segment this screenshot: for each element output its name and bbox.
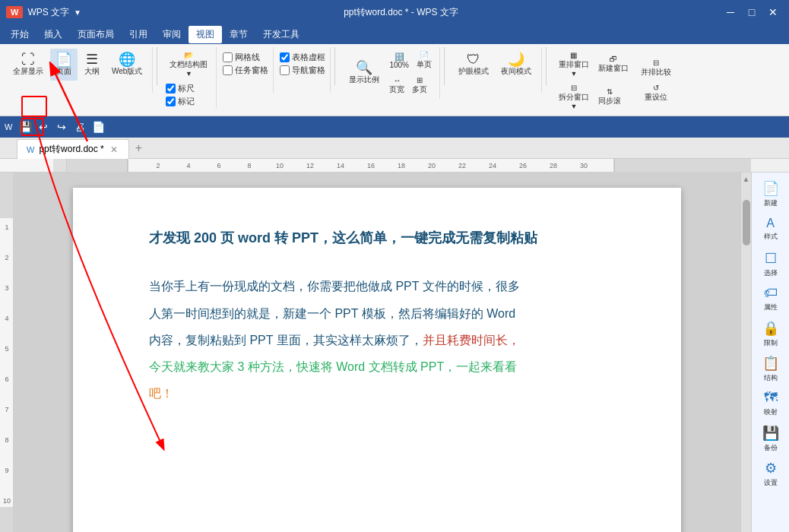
vruler-svg: 1 2 3 4 5 6 7 8 9 10 [0,173,14,532]
check-mark[interactable]: 标记 [166,96,195,107]
ribbon-group-modes: 🛡 护眼模式 🌙 夜间模式 [448,47,542,93]
rp-style-icon: A [766,217,775,230]
menu-layout[interactable]: 页面布局 [70,26,122,43]
ribbon-view: ⛶ 全屏显示 📄 页面 ☰ 大纲 🌐 Web版式 [0,44,789,116]
rp-backup[interactable]: 💾 备份 [754,422,787,455]
doc-scroll-area[interactable]: 才发现 200 页 word 转 PPT，这么简单，一键完成无需复制粘贴 当你手… [14,173,740,532]
btn-page-width[interactable]: ↔ 页宽 [386,74,407,97]
doc-structure-icon: 📂 [184,51,193,59]
undo-button[interactable]: ↩ [35,119,52,135]
rp-style-label: 样式 [764,232,778,242]
dropdown-rearrange[interactable]: ▼ [571,70,578,78]
gridlines-checkbox[interactable] [223,52,233,62]
check-gridlines[interactable]: 网格线 [223,52,268,63]
rp-structure[interactable]: 📋 结构 [754,352,787,385]
btn-split[interactable]: ⊟ 拆分窗口 ▼ [555,81,593,112]
check-ruler[interactable]: 标尺 [166,83,195,94]
tab-bar: W ppt转word.doc * ✕ + [0,138,789,159]
svg-text:4: 4 [186,162,190,169]
btn-outline[interactable]: ☰ 大纲 [79,49,105,81]
minimize-button[interactable]: ─ [721,4,740,21]
rp-settings[interactable]: ⚙ 设置 [754,457,787,490]
ruler-checkbox[interactable] [166,84,176,93]
btn-single-page[interactable]: 📄 单页 [414,49,435,72]
btn-side-by-side[interactable]: ⊟ 并排比较 [637,56,675,80]
btn-100[interactable]: 🔡 100% [386,49,412,72]
horizontal-ruler: 2 4 6 8 10 12 14 16 18 20 22 24 26 28 30 [67,159,789,173]
maximize-button[interactable]: □ [742,4,762,21]
taskpane-checkbox[interactable] [223,65,233,75]
doc-paragraph[interactable]: 当你手上有一份现成的文档，你需要把他做成 PPT 文件的时候，很多 人第一时间想… [149,273,605,407]
scrollbar-vertical[interactable]: ▲ [740,173,751,532]
menu-reference[interactable]: 引用 [122,26,155,43]
btn-multi-page[interactable]: ⊞ 多页 [409,74,430,97]
text-segment-3: 内容，复制粘贴到 PPT 里面，其实这样太麻烦了， [149,334,423,347]
menu-dev-tools[interactable]: 开发工具 [255,26,307,43]
menu-review[interactable]: 审阅 [155,26,189,43]
close-button[interactable]: ✕ [763,4,783,21]
rp-map[interactable]: 🗺 映射 [754,387,787,420]
redo-button[interactable]: ↪ [53,119,70,135]
ribbon-group-windows: ▦ 重排窗口 ▼ 🗗 新建窗口 ⊟ 拆分窗口 ▼ [550,47,680,114]
web-icon: 🌐 [119,52,135,66]
doc-tab[interactable]: W ppt转word.doc * ✕ [17,139,129,159]
sep3 [444,47,445,85]
rp-settings-label: 设置 [764,478,778,488]
svg-text:8: 8 [247,162,251,169]
btn-protect[interactable]: 🛡 护眼模式 [453,49,494,81]
scroll-up-button[interactable]: ▲ [741,173,752,185]
menu-start[interactable]: 开始 [3,26,36,43]
right-panel: 📄 新建 A 样式 ☐ 选择 🏷 属性 🔒 限制 📋 结构 🗺 映射 💾 [751,173,789,532]
rp-new[interactable]: 📄 新建 [754,177,787,211]
dropdown-icon[interactable]: ▼ [185,70,192,78]
check-task-pane[interactable]: 任务窗格 [223,65,268,76]
rearrange-icon: ▦ [570,51,577,59]
new-tab-button[interactable]: + [129,138,148,158]
navpane-checkbox[interactable] [280,65,290,75]
btn-page[interactable]: 📄 页面 [50,49,78,81]
btn-display-ratio[interactable]: 🔍 显示比例 [344,57,385,89]
svg-text:7: 7 [5,406,8,413]
btn-night[interactable]: 🌙 夜间模式 [496,49,537,81]
svg-text:3: 3 [5,284,8,292]
protect-icon: 🛡 [467,52,480,66]
btn-rearrange[interactable]: ▦ 重排窗口 ▼ [555,49,593,80]
title-dropdown-icon[interactable]: ▼ [74,8,81,17]
svg-text:22: 22 [458,162,466,169]
rp-attr[interactable]: 🏷 属性 [754,282,787,315]
btn-doc-structure[interactable]: 📂 文档结构图 ▼ [166,49,211,80]
text-segment-6: 吧！ [149,387,173,400]
save-button[interactable]: 💾 [17,119,33,135]
svg-text:1: 1 [5,223,8,231]
menu-insert[interactable]: 插入 [36,26,70,43]
menu-view[interactable]: 视图 [189,26,222,43]
btn-new-window[interactable]: 🗗 新建窗口 [594,49,632,80]
rp-select[interactable]: ☐ 选择 [754,247,787,280]
btn-fullscreen[interactable]: ⛶ 全屏显示 [8,49,49,81]
check-navpane[interactable]: 导航窗格 [280,65,325,76]
svg-text:28: 28 [550,162,557,169]
menu-chapter[interactable]: 章节 [222,26,255,43]
dropdown-split[interactable]: ▼ [571,103,578,110]
rp-limit[interactable]: 🔒 限制 [754,317,787,350]
btn-sync-scroll[interactable]: ⇅ 同步滚 [594,81,625,112]
scroll-thumb[interactable] [743,200,750,245]
btn-web[interactable]: 🌐 Web版式 [106,49,147,81]
svg-rect-24 [0,218,14,507]
new-doc-button[interactable]: 📄 [90,119,106,135]
singlepage-icon: 📄 [420,51,429,59]
wps-label: WPS 文字 [27,6,69,19]
mark-checkbox[interactable] [166,97,176,106]
sep4 [546,47,547,85]
check-tablevirtual[interactable]: 表格虚框 [280,52,325,63]
print-button[interactable]: 🖨 [71,119,88,135]
btn-reset[interactable]: ↺ 重设位 [637,81,675,105]
tab-close-button[interactable]: ✕ [109,144,119,155]
doc-page: 才发现 200 页 word 转 PPT，这么简单，一键完成无需复制粘贴 当你手… [73,188,681,532]
svg-text:8: 8 [5,436,8,444]
ribbon-group-viewmode: ⛶ 全屏显示 📄 页面 ☰ 大纲 🌐 Web版式 [3,47,153,93]
rp-limit-label: 限制 [764,338,778,348]
tablevirtual-checkbox[interactable] [280,52,290,62]
rp-style[interactable]: A 样式 [754,212,787,245]
svg-rect-4 [614,159,751,173]
